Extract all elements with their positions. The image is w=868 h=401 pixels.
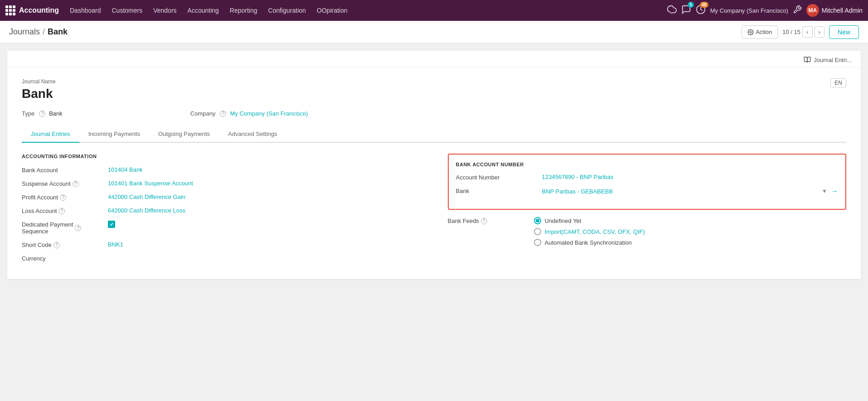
accounting-info-title: ACCOUNTING INFORMATION: [22, 154, 421, 159]
tab-journal-entries[interactable]: Journal Entries: [22, 126, 79, 143]
radio-automated-icon: [534, 239, 541, 246]
company-help-icon[interactable]: ?: [220, 111, 226, 117]
bank-name-field: Bank BNP Paribas - GEBABEBB ▼ →: [456, 187, 839, 195]
menu-item-oopiration[interactable]: OOpiration: [311, 0, 353, 21]
accounting-info-section: ACCOUNTING INFORMATION Bank Account 1014…: [22, 154, 439, 268]
bank-dropdown-icon[interactable]: ▼: [820, 188, 829, 194]
company-field: Company ? My Company (San Francisco): [190, 110, 308, 117]
pager-text: 10 / 15: [782, 29, 800, 35]
suspense-account-field: Suspense Account ? 101401 Bank Suspense …: [22, 180, 421, 187]
bank-feeds-help-icon[interactable]: ?: [481, 218, 487, 224]
menu-item-accounting[interactable]: Accounting: [182, 0, 224, 21]
bank-account-label: Bank Account: [22, 166, 108, 174]
loss-account-field: Loss Account ? 642000 Cash Difference Lo…: [22, 207, 421, 214]
menu-item-vendors[interactable]: Vendors: [148, 0, 182, 21]
currency-field: Currency: [22, 255, 421, 262]
bank-feeds-option-automated[interactable]: Automated Bank Synchronization: [534, 239, 645, 246]
bank-feeds-label: Bank Feeds ?: [448, 217, 534, 224]
account-number-value[interactable]: 1234567890 - BNP Paribas: [542, 174, 614, 180]
grid-icon: [5, 5, 15, 15]
new-button[interactable]: New: [829, 25, 859, 39]
subheader: Journals / Bank Action 10 / 15 ‹ › New: [0, 21, 868, 43]
tab-incoming-payments[interactable]: Incoming Payments: [79, 126, 149, 143]
dedicated-payment-help-icon[interactable]: ?: [75, 225, 81, 231]
bank-account-number-box: BANK ACCOUNT NUMBER Account Number 12345…: [448, 154, 847, 210]
suspense-help-icon[interactable]: ?: [73, 181, 79, 187]
company-value[interactable]: My Company (San Francisco): [230, 110, 308, 117]
suspense-account-value[interactable]: 101401 Bank Suspense Account: [108, 180, 193, 187]
short-code-value[interactable]: BNK1: [108, 241, 123, 248]
pager-next[interactable]: ›: [815, 26, 824, 38]
menu-item-dashboard[interactable]: Dashboard: [64, 0, 107, 21]
app-logo[interactable]: Accounting: [5, 5, 59, 15]
bank-feeds-section: Bank Feeds ? Undefined Yet Import(CAMT, …: [448, 217, 847, 246]
short-code-field: Short Code ? BNK1: [22, 241, 421, 248]
bank-feeds-option-import[interactable]: Import(CAMT, CODA, CSV, OFX, QIF): [534, 228, 645, 235]
suspense-account-label: Suspense Account ?: [22, 180, 108, 187]
radio-import-icon: [534, 228, 541, 235]
bank-feeds-undefined-label: Undefined Yet: [545, 217, 582, 224]
breadcrumb-parent[interactable]: Journals: [9, 27, 40, 37]
dedicated-payment-checkbox[interactable]: [108, 221, 115, 228]
bank-feeds-option-undefined[interactable]: Undefined Yet: [534, 217, 645, 224]
journal-entries-link[interactable]: Journal Entri...: [804, 56, 852, 63]
bank-account-number-section: BANK ACCOUNT NUMBER Account Number 12345…: [439, 154, 847, 268]
language-badge[interactable]: EN: [830, 78, 846, 87]
bank-external-link-icon[interactable]: →: [831, 187, 838, 195]
menu-item-configuration[interactable]: Configuration: [263, 0, 311, 21]
profit-account-field: Profit Account ? 442000 Cash Difference …: [22, 193, 421, 201]
cloud-icon[interactable]: [667, 5, 677, 17]
bank-name-row: BNP Paribas - GEBABEBB ▼ →: [542, 187, 839, 195]
journal-name-value: Bank: [22, 87, 56, 101]
account-number-field: Account Number 1234567890 - BNP Paribas: [456, 174, 839, 181]
company-label: Company: [190, 110, 216, 117]
profit-help-icon[interactable]: ?: [60, 194, 66, 201]
timer-icon[interactable]: 48: [696, 5, 706, 17]
bank-account-value[interactable]: 101404 Bank: [108, 166, 143, 173]
action-button[interactable]: Action: [742, 25, 778, 39]
form-card: Journal Entri... Journal Name Bank EN Ty…: [7, 51, 861, 279]
form-body: Journal Name Bank EN Type ? Bank Company…: [7, 68, 861, 279]
chat-icon[interactable]: 5: [681, 5, 691, 17]
breadcrumb-current: Bank: [48, 27, 68, 37]
tab-content: ACCOUNTING INFORMATION Bank Account 1014…: [22, 154, 846, 268]
company-selector[interactable]: My Company (San Francisco): [710, 7, 788, 14]
main-content: Journal Entri... Journal Name Bank EN Ty…: [0, 43, 868, 401]
type-field: Type ? Bank: [22, 110, 63, 117]
bank-name-value[interactable]: BNP Paribas - GEBABEBB: [542, 188, 820, 195]
menu-item-customers[interactable]: Customers: [107, 0, 148, 21]
short-code-help-icon[interactable]: ?: [53, 242, 60, 248]
profit-account-label: Profit Account ?: [22, 193, 108, 201]
tab-advanced-settings[interactable]: Advanced Settings: [219, 126, 286, 143]
loss-account-label: Loss Account ?: [22, 207, 108, 214]
pager-prev[interactable]: ‹: [802, 26, 812, 38]
book-icon: [804, 56, 811, 63]
breadcrumb-separator: /: [43, 27, 45, 37]
type-help-icon[interactable]: ?: [39, 111, 45, 117]
type-value: Bank: [49, 110, 63, 117]
bank-feeds-automated-label: Automated Bank Synchronization: [545, 239, 632, 246]
user-name: Mitchell Admin: [822, 7, 863, 14]
tab-outgoing-payments[interactable]: Outgoing Payments: [149, 126, 219, 143]
user-avatar: MA: [806, 4, 819, 17]
pager: 10 / 15 ‹ ›: [782, 26, 824, 38]
settings-icon[interactable]: [793, 5, 802, 16]
action-label: Action: [756, 29, 772, 35]
dedicated-payment-label: Dedicated PaymentSequence ?: [22, 221, 108, 235]
svg-point-1: [750, 31, 752, 33]
user-menu[interactable]: MA Mitchell Admin: [806, 4, 863, 17]
menu-item-reporting[interactable]: Reporting: [224, 0, 263, 21]
form-topbar: Journal Entri...: [7, 51, 861, 68]
timer-badge: 48: [700, 2, 708, 8]
radio-undefined-icon: [534, 217, 541, 224]
topnav-right: 5 48 My Company (San Francisco) MA Mitch…: [667, 4, 863, 17]
top-navigation: Accounting Dashboard Customers Vendors A…: [0, 0, 868, 21]
journal-name-label: Journal Name: [22, 78, 56, 85]
bank-name-label: Bank: [456, 187, 542, 194]
loss-account-value[interactable]: 642000 Cash Difference Loss: [108, 207, 185, 214]
journal-entries-link-text: Journal Entri...: [814, 57, 852, 63]
loss-help-icon[interactable]: ?: [58, 208, 65, 214]
form-tabs: Journal Entries Incoming Payments Outgoi…: [22, 126, 846, 143]
type-label: Type: [22, 110, 34, 117]
profit-account-value[interactable]: 442000 Cash Difference Gain: [108, 193, 185, 200]
